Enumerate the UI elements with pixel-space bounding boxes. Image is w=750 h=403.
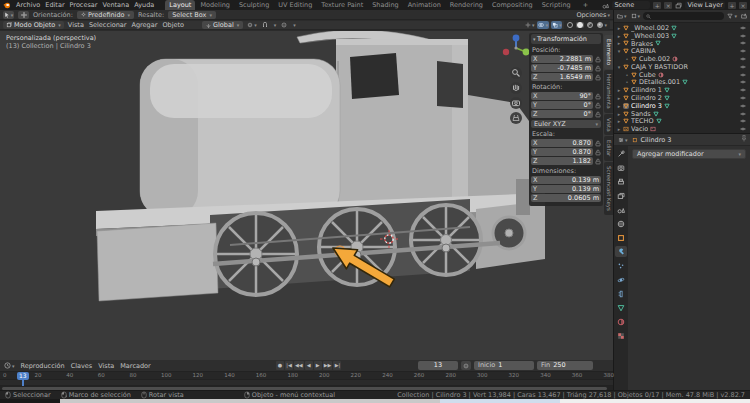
- hide-in-viewport-toggle[interactable]: [739, 25, 747, 31]
- properties-tab-modifiers[interactable]: [615, 246, 627, 257]
- snap-toggle[interactable]: [261, 21, 269, 29]
- properties-tab-constraints[interactable]: [615, 288, 627, 299]
- record-button[interactable]: ●: [276, 361, 284, 370]
- workspace-tab-animation[interactable]: Animation: [404, 0, 445, 10]
- sidebar-tab-vista[interactable]: Vista: [604, 114, 613, 136]
- pin-id-button[interactable]: [741, 135, 747, 144]
- outliner-item-cube[interactable]: •Cube: [614, 71, 750, 79]
- shading-solid-button[interactable]: [576, 22, 584, 28]
- shading-wireframe-button[interactable]: [566, 21, 574, 29]
- viewport-menu-vista[interactable]: Vista: [68, 21, 84, 29]
- lock-icon[interactable]: [595, 65, 601, 72]
- disclosure-triangle[interactable]: •: [625, 79, 629, 85]
- rotation-mode-dropdown[interactable]: Euler XYZ: [531, 120, 601, 128]
- workspace-tab-texture-paint[interactable]: Texture Paint: [317, 0, 367, 10]
- workspace-tab-shading[interactable]: Shading: [368, 0, 402, 10]
- disclosure-triangle[interactable]: ▸: [617, 95, 621, 101]
- hide-in-viewport-toggle[interactable]: [739, 111, 747, 117]
- workspace-tab-layout[interactable]: Layout: [165, 0, 195, 10]
- lock-icon[interactable]: [595, 149, 601, 156]
- properties-tab-object[interactable]: [615, 232, 627, 243]
- properties-tab-data[interactable]: [615, 302, 627, 313]
- active-tool-dropdown[interactable]: [3, 11, 14, 19]
- frame-start-field[interactable]: Inicio 1: [474, 361, 534, 370]
- outliner-item-brakes[interactable]: ▸Brakes: [614, 40, 750, 48]
- menu-ventana[interactable]: Ventana: [103, 1, 130, 9]
- view-layer-selector[interactable]: View Layer: [685, 1, 725, 9]
- menu-archivo[interactable]: Archivo: [16, 1, 40, 9]
- hide-in-viewport-toggle[interactable]: [739, 87, 747, 93]
- properties-tab-tool[interactable]: [615, 148, 627, 159]
- disclosure-triangle[interactable]: ▸: [617, 103, 621, 109]
- keying-set-button[interactable]: [461, 361, 471, 370]
- remove-scene-button[interactable]: ×: [664, 2, 672, 9]
- outliner-item-_wheel-003[interactable]: ▸_Wheel.003: [614, 32, 750, 40]
- disclosure-triangle[interactable]: ▸: [617, 126, 621, 132]
- outliner-item-cilindro-1[interactable]: ▸Cilindro 1: [614, 86, 750, 94]
- current-frame-field[interactable]: 13: [418, 361, 458, 370]
- add-workspace-button[interactable]: +: [580, 1, 591, 9]
- workspace-tab-uv-editing[interactable]: UV Editing: [274, 0, 316, 10]
- scene-selector[interactable]: Scene: [612, 1, 650, 9]
- workspace-tab-scripting[interactable]: Scripting: [538, 0, 575, 10]
- disclosure-triangle[interactable]: ▸: [617, 40, 621, 46]
- new-view-layer-button[interactable]: +: [728, 2, 736, 9]
- properties-tab-output[interactable]: [615, 176, 627, 187]
- timeline-menu-reproducción[interactable]: Reproducción: [21, 362, 65, 370]
- transform-rotation-y-field[interactable]: Y0°: [531, 101, 593, 109]
- viewport-3d[interactable]: Personalizada (perspectiva) (13) Collect…: [0, 31, 613, 360]
- viewport-menu-objeto[interactable]: Objeto: [162, 21, 184, 29]
- outliner-item-sands[interactable]: ▸Sands: [614, 110, 750, 118]
- play-button[interactable]: ▶: [314, 361, 322, 370]
- transform-position-x-field[interactable]: X2.2881 m: [531, 55, 593, 63]
- hide-in-viewport-toggle[interactable]: [739, 56, 747, 62]
- play-reverse-button[interactable]: ◀: [305, 361, 313, 370]
- move-tool-button[interactable]: [18, 11, 29, 19]
- frame-end-field[interactable]: Fin 250: [537, 361, 593, 370]
- editor-type-dropdown[interactable]: [617, 136, 629, 144]
- jump-end-button[interactable]: ▶|: [333, 361, 341, 370]
- transform-scale-x-field[interactable]: X0.870: [531, 139, 593, 147]
- transform-scale-z-field[interactable]: Z1.182: [531, 157, 593, 165]
- workspace-tab-rendering[interactable]: Rendering: [446, 0, 487, 10]
- menu-editar[interactable]: Editar: [45, 1, 64, 9]
- fallback-tool-dropdown[interactable]: Select Box: [168, 11, 216, 19]
- workspace-tab-compositing[interactable]: Compositing: [488, 0, 537, 10]
- outliner-item-cilindro-2[interactable]: ▸Cilindro 2: [614, 94, 750, 102]
- hide-in-viewport-toggle[interactable]: [739, 40, 747, 46]
- properties-tab-world[interactable]: [615, 218, 627, 229]
- sidebar-tab-herramienta[interactable]: Herramienta: [604, 70, 613, 113]
- overlays-toggle[interactable]: [537, 21, 549, 29]
- workspace-tab-sculpting[interactable]: Sculpting: [235, 0, 273, 10]
- lock-icon[interactable]: [595, 56, 601, 63]
- editor-type-timeline-dropdown[interactable]: [3, 362, 16, 370]
- lock-icon[interactable]: [595, 93, 601, 100]
- hide-in-viewport-toggle[interactable]: [739, 72, 747, 78]
- sidebar-tab-screencast-keys[interactable]: Screencast Keys: [604, 162, 613, 215]
- orientation-preset-dropdown[interactable]: Predefinido: [77, 11, 134, 19]
- mode-dropdown[interactable]: Modo Objeto: [3, 21, 64, 29]
- hide-in-viewport-toggle[interactable]: [739, 103, 747, 109]
- orientation-dropdown[interactable]: Global: [202, 21, 243, 29]
- snap-dropdown[interactable]: [272, 21, 278, 29]
- outliner-item-_wheel-002[interactable]: ▸_Wheel.002: [614, 24, 750, 32]
- remove-view-layer-button[interactable]: ×: [739, 2, 747, 9]
- outliner-item-vacio[interactable]: ▸Vacio: [614, 125, 750, 133]
- filter-object-dropdown[interactable]: [630, 12, 642, 20]
- lock-icon[interactable]: [595, 140, 601, 147]
- workspace-tab-modeling[interactable]: Modeling: [196, 0, 234, 10]
- new-scene-button[interactable]: +: [653, 2, 661, 9]
- new-collection-button[interactable]: [740, 12, 748, 20]
- properties-tab-view-layer[interactable]: [615, 190, 627, 201]
- outliner-item-cube-002[interactable]: •Cube.002: [614, 55, 750, 63]
- lock-icon[interactable]: [595, 111, 601, 118]
- transform-position-y-field[interactable]: Y-0.7485 m: [531, 64, 593, 72]
- outliner-item-techo[interactable]: ▸TECHO: [614, 118, 750, 126]
- options-dropdown[interactable]: Opciones: [576, 11, 610, 19]
- transform-rotation-x-field[interactable]: X90°: [531, 92, 593, 100]
- shading-rendered-button[interactable]: [596, 21, 608, 29]
- disclosure-triangle[interactable]: ▸: [617, 118, 621, 124]
- sidebar-tab-editar[interactable]: Editar: [604, 136, 613, 160]
- transform-scale-y-field[interactable]: Y0.870: [531, 148, 593, 156]
- properties-tab-scene[interactable]: [615, 204, 627, 215]
